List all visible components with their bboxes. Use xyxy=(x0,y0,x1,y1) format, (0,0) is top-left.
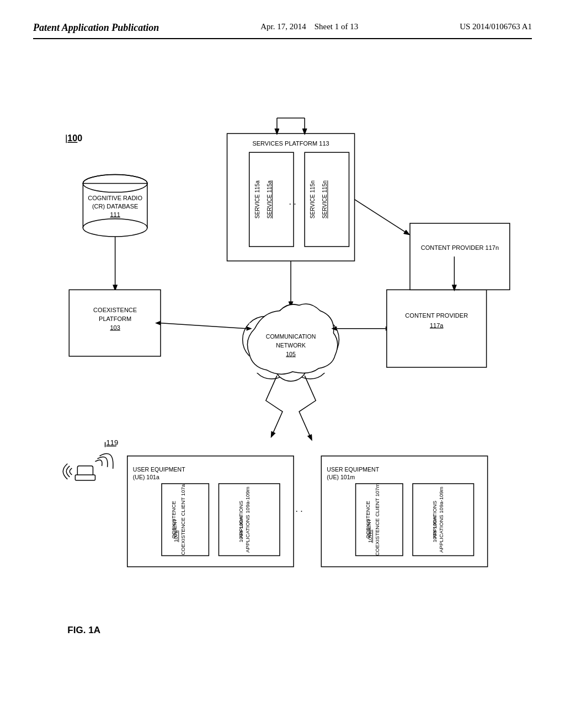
cc-m-text1: COEXISTENCE CLIENT 107m xyxy=(374,484,380,556)
cr-db-number: 111 xyxy=(110,211,120,218)
apps-a-text: APPLICATIONS 109a-109m xyxy=(244,486,250,553)
apps-a-label2: 109a-109m xyxy=(238,516,244,542)
service-a-rotated: SERVICE 115a xyxy=(266,180,273,218)
services-plat-label: SERVICES PLATFORM 113 xyxy=(252,140,329,147)
diagram-svg: 100 COGNITIVE RADIO (CR) DATABASE 111 CO… xyxy=(33,45,532,684)
service-n-rotated: SERVICE 115n xyxy=(322,180,328,218)
cr-db-label1: COGNITIVE RADIO xyxy=(88,195,142,201)
apps-m-text: APPLICATIONS 109a-109m xyxy=(438,486,444,553)
page: Patent Application Publication Apr. 17, … xyxy=(0,0,565,728)
coex-plat-label2: PLATFORM xyxy=(99,315,131,322)
ue-a-outer-label: USER EQUIPMENT xyxy=(133,466,185,473)
ue-m-outer-label2: (UE) 101m xyxy=(327,474,355,480)
publication-date: Apr. 17, 2014 xyxy=(260,22,306,31)
label-119: 119 xyxy=(106,438,119,447)
ue-dots: · · xyxy=(295,506,302,516)
svg-point-3 xyxy=(83,219,147,237)
svg-line-21 xyxy=(161,323,247,329)
comm-net-number: 105 xyxy=(286,351,296,357)
cc-a-text1: COEXISTENCE CLIENT 107a xyxy=(180,484,186,555)
wireless-device xyxy=(63,453,113,480)
services-dots: · · xyxy=(289,199,296,208)
cr-db-label2: (CR) DATABASE xyxy=(92,203,138,210)
svg-line-29 xyxy=(355,200,409,234)
service-n-label: SERVICE 115n xyxy=(310,180,316,218)
system-label: 100 xyxy=(67,133,82,143)
apps-m-label2: 109a-109m xyxy=(431,516,438,542)
publication-title: Patent Application Publication xyxy=(33,22,159,34)
fig-label: FIG. 1A xyxy=(67,625,100,635)
comm-net-label2: NETWORK xyxy=(276,342,306,349)
svg-rect-6 xyxy=(69,290,161,356)
coex-plat-number: 103 xyxy=(110,324,120,331)
svg-rect-33 xyxy=(75,475,95,480)
sheet-info: Sheet 1 of 13 xyxy=(315,22,359,31)
ue-m-outer-label: USER EQUIPMENT xyxy=(327,466,379,473)
cc-m-number: 107m xyxy=(367,529,373,543)
svg-rect-28 xyxy=(410,223,510,290)
patent-number: US 2014/0106763 A1 xyxy=(460,22,532,31)
cp-a-label1: CONTENT PROVIDER xyxy=(405,312,468,319)
coex-plat-label1: COEXISTENCE xyxy=(93,307,137,313)
service-a-label: SERVICE 115a xyxy=(254,180,260,218)
page-header: Patent Application Publication Apr. 17, … xyxy=(33,22,532,39)
comm-net-label1: COMMUNICATION xyxy=(266,333,316,340)
cp-a-number: 117a xyxy=(430,322,444,329)
diagram-container: 100 COGNITIVE RADIO (CR) DATABASE 111 CO… xyxy=(33,45,532,684)
cc-a-number: 107a xyxy=(173,530,179,542)
ue-a-outer-label2: (UE) 101a xyxy=(133,474,159,480)
cp-n-label1: CONTENT PROVIDER 117n xyxy=(421,244,499,251)
publication-date-sheet: Apr. 17, 2014 Sheet 1 of 13 xyxy=(260,22,358,31)
